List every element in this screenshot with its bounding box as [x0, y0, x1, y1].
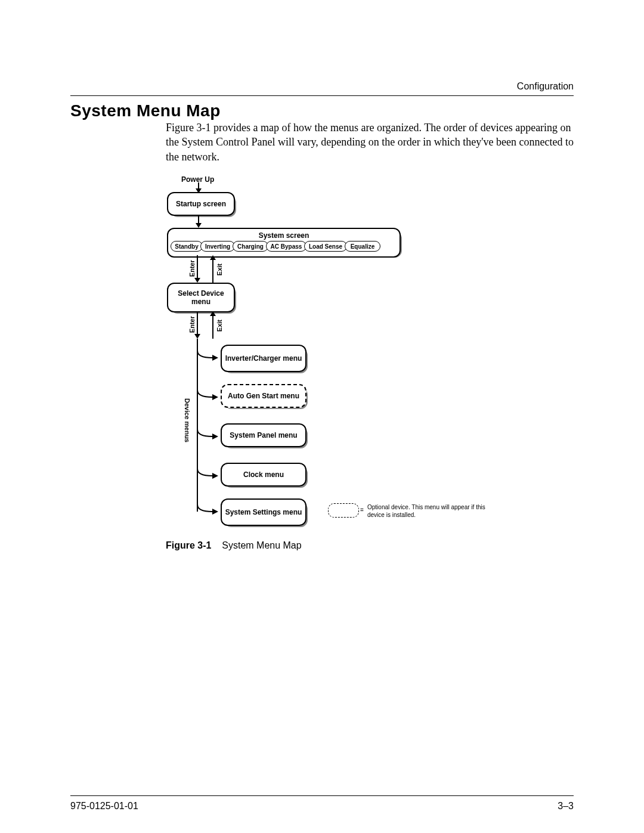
figure-caption-label: Figure 3-1 — [166, 540, 211, 550]
legend-optional-box — [328, 503, 359, 518]
auto-gen-start-menu-box: Auto Gen Start menu — [221, 384, 306, 408]
svg-marker-5 — [194, 278, 200, 283]
system-panel-menu-box: System Panel menu — [221, 423, 306, 447]
device-menus-label: Device menus — [184, 398, 191, 442]
svg-marker-16 — [212, 473, 218, 479]
legend-equals: = — [360, 507, 364, 513]
page-title: System Menu Map — [70, 101, 221, 120]
clock-menu-box: Clock menu — [221, 463, 306, 487]
arrow-icon — [196, 215, 202, 228]
exit-arrow-icon — [210, 255, 216, 283]
enter-label-2: Enter — [188, 316, 196, 333]
footer-page-number: 3–3 — [558, 801, 574, 812]
svg-marker-17 — [212, 509, 218, 515]
svg-marker-7 — [210, 255, 216, 260]
footer-rule — [70, 795, 574, 796]
document-page: Configuration System Menu Map Figure 3-1… — [0, 0, 644, 833]
legend-text: Optional device. This menu will appear i… — [367, 503, 493, 519]
startup-screen-box: Startup screen — [167, 192, 235, 216]
inverter-charger-menu-box: Inverter/Charger menu — [221, 345, 306, 372]
enter-label: Enter — [188, 260, 196, 277]
header-rule — [70, 95, 574, 96]
svg-marker-3 — [196, 223, 202, 228]
system-screen-title: System screen — [259, 231, 309, 240]
system-menu-map-diagram: Power Up Startup screen System screen St… — [166, 172, 571, 553]
mode-pill-standby: Standby — [171, 241, 203, 252]
svg-marker-13 — [212, 355, 218, 361]
figure-caption: Figure 3-1 System Menu Map — [166, 540, 302, 551]
mode-pill-charging: Charging — [233, 241, 268, 252]
mode-pill-inverting: Inverting — [200, 241, 235, 252]
figure-caption-text: System Menu Map — [222, 540, 301, 550]
mode-pill-equalize: Equalize — [345, 241, 380, 252]
mode-pill-loadsense: Load Sense — [304, 241, 347, 252]
footer-doc-number: 975-0125-01-01 — [70, 801, 138, 812]
intro-paragraph: Figure 3-1 provides a map of how the men… — [166, 120, 574, 164]
system-settings-menu-box: System Settings menu — [221, 498, 306, 526]
exit-label: Exit — [216, 264, 223, 275]
svg-marker-9 — [194, 334, 200, 339]
svg-marker-15 — [212, 433, 218, 439]
svg-marker-11 — [210, 311, 216, 316]
select-device-menu-box: Select Device menu — [167, 283, 235, 312]
section-label: Configuration — [517, 81, 574, 92]
exit-label-2: Exit — [216, 320, 223, 332]
exit-arrow-icon — [210, 311, 216, 339]
svg-marker-14 — [212, 394, 218, 400]
mode-pill-acbypass: AC Bypass — [266, 241, 306, 252]
